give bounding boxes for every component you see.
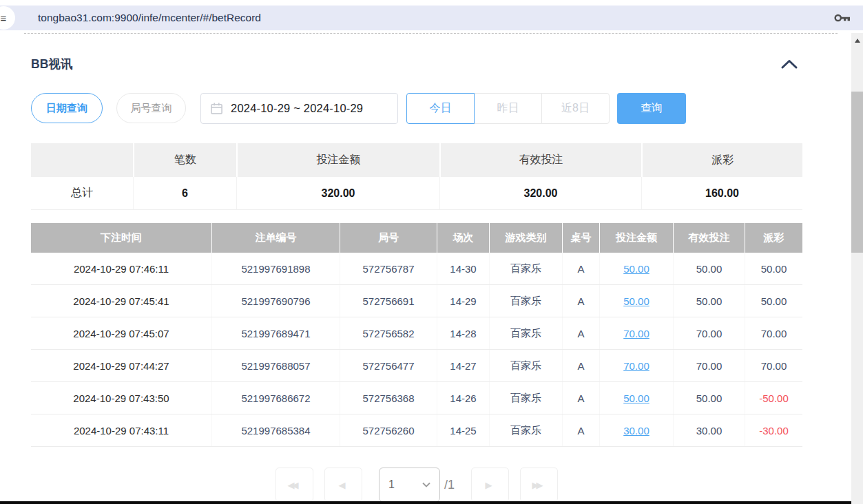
table-no-cell: A [562,285,599,317]
bet-amount-link[interactable]: 50.00 [623,295,649,307]
last8days-label: 近8日 [561,101,590,116]
bet-amount-cell: 70.00 [599,350,673,381]
today-button[interactable]: 今日 [406,93,475,124]
round-no-cell: 572756787 [340,253,437,284]
game-type-cell: 百家乐 [489,285,562,317]
bet-amount-cell: 30.00 [599,414,673,446]
bet-record-panel: BB视讯 日期查询 局号查询 [0,30,851,501]
bet-table: 下注时间注单编号局号场次游戏类别桌号投注金额有效投注派彩 2024-10-29 … [31,223,802,447]
bet-time-cell: 2024-10-29 07:45:07 [31,317,211,349]
last8days-button[interactable]: 近8日 [541,93,610,124]
page-title: BB视讯 [31,56,72,72]
table-row: 2024-10-29 07:44:27521997688057572756477… [31,350,802,382]
bet-amount-link[interactable]: 70.00 [623,328,649,339]
summary-total-row: 总计 6 320.00 320.00 160.00 [31,177,802,210]
site-favicon: ≡ [0,6,15,30]
game-type-cell: 百家乐 [489,382,562,414]
url-text[interactable]: tongbao31.com:9900/infe/mcenter/#/betRec… [38,12,261,24]
last-page-button[interactable]: ▶▶ [520,468,558,501]
table-header-cell: 桌号 [562,223,599,253]
summary-total-label: 总计 [31,177,133,210]
summary-count-value: 6 [133,177,236,210]
page-select[interactable]: 1 [379,468,440,501]
payout-cell: 50.00 [745,253,802,284]
bet-amount-link[interactable]: 70.00 [623,360,649,372]
bet-amount-link[interactable]: 50.00 [623,392,649,404]
bet-time-cell: 2024-10-29 07:44:27 [31,350,211,381]
summary-bet-amount-value: 320.00 [236,177,439,210]
summary-header-empty [31,143,133,177]
window-bottom-edge [0,501,851,504]
prev-page-button[interactable]: ◀ [324,468,362,501]
table-header-cell: 游戏类别 [489,223,562,253]
valid-bet-cell: 70.00 [673,350,745,381]
bet-no-cell: 521997685384 [211,414,340,446]
date-range-value: 2024-10-29 ~ 2024-10-29 [231,102,363,115]
collapse-panel-button[interactable] [780,59,798,70]
bet-table-header: 下注时间注单编号局号场次游戏类别桌号投注金额有效投注派彩 [31,223,802,253]
bet-amount-link[interactable]: 30.00 [623,425,649,437]
table-no-cell: A [562,414,599,446]
first-page-icon: ◀◀ [287,480,295,490]
bet-no-cell: 521997686672 [211,382,340,414]
key-icon [833,11,852,25]
yesterday-button[interactable]: 昨日 [474,93,542,124]
session-cell: 14-25 [437,414,489,446]
table-header-cell: 注单编号 [211,223,340,253]
session-cell: 14-29 [437,285,489,317]
chevron-down-icon [422,482,430,487]
filter-toolbar: 日期查询 局号查询 2024-10-29 ~ 2024-10-29 [31,92,802,124]
bet-no-cell: 521997688057 [211,350,340,381]
payout-cell: -50.00 [745,382,802,414]
game-type-cell: 百家乐 [489,317,562,349]
quick-date-group: 今日 昨日 近8日 [406,93,610,124]
valid-bet-cell: 50.00 [673,285,745,317]
summary-header-row: 笔数 投注金额 有效投注 派彩 [31,143,802,177]
payout-cell: 70.00 [745,350,802,381]
date-query-tab[interactable]: 日期查询 [31,93,103,123]
bet-amount-cell: 70.00 [599,317,673,349]
summary-header-count: 笔数 [133,143,236,177]
table-header-cell: 有效投注 [673,223,745,253]
game-type-cell: 百家乐 [489,253,562,284]
table-no-cell: A [562,350,599,381]
round-no-cell: 572756260 [340,414,437,446]
table-row: 2024-10-29 07:45:07521997689471572756582… [31,317,802,350]
round-no-cell: 572756477 [340,350,437,381]
round-no-cell: 572756582 [340,317,437,349]
next-page-icon: ▶ [486,480,490,490]
scrollbar-up-arrow-icon[interactable] [855,39,860,43]
round-query-label: 局号查询 [131,102,172,115]
session-cell: 14-30 [437,253,489,284]
table-header-cell: 局号 [340,223,437,253]
summary-header-valid-bet: 有效投注 [439,143,641,177]
summary-header-bet-amount: 投注金额 [236,143,439,177]
table-header-cell: 投注金额 [599,223,673,253]
prev-page-icon: ◀ [338,480,342,490]
round-no-cell: 572756691 [340,285,437,317]
table-header-cell: 派彩 [745,223,802,253]
bet-amount-link[interactable]: 50.00 [623,263,649,275]
valid-bet-cell: 70.00 [673,317,745,349]
panel-header: BB视讯 [31,56,802,72]
scrollbar-thumb[interactable] [851,92,863,253]
date-range-input[interactable]: 2024-10-29 ~ 2024-10-29 [200,93,398,124]
search-button[interactable]: 查询 [617,93,686,124]
pagination: ◀◀ ◀ 1 /1 ▶ ▶▶ [31,468,802,501]
calendar-icon [210,102,223,115]
table-row: 2024-10-29 07:43:50521997686672572756368… [31,382,802,414]
password-key-button[interactable] [833,11,852,25]
table-row: 2024-10-29 07:46:11521997691898572756787… [31,253,802,285]
chevron-up-icon [780,59,798,70]
page-total-label: /1 [444,468,455,501]
round-query-tab[interactable]: 局号查询 [116,93,186,123]
next-page-button[interactable]: ▶ [471,468,509,501]
first-page-button[interactable]: ◀◀ [275,468,313,501]
game-type-cell: 百家乐 [489,350,562,381]
table-row: 2024-10-29 07:43:11521997685384572756260… [31,414,802,447]
summary-table: 笔数 投注金额 有效投注 派彩 总计 6 320.00 320.00 160.0… [31,143,802,210]
today-label: 今日 [430,101,452,116]
session-cell: 14-27 [437,350,489,381]
summary-valid-bet-value: 320.00 [439,177,641,210]
table-header-cell: 场次 [437,223,489,253]
